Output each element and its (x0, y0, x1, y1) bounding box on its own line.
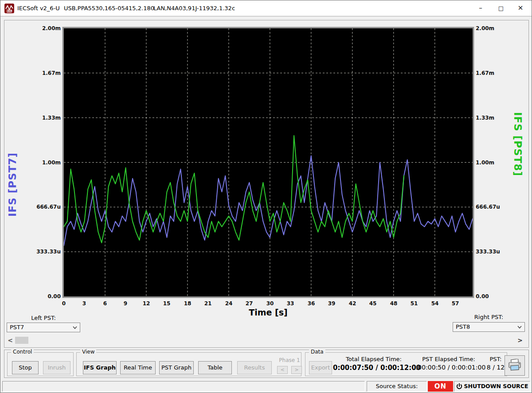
shutdown-label: SHUTDOWN SOURCE (464, 383, 528, 389)
minimize-button[interactable]: – (470, 0, 491, 16)
pst-elapsed-label: PST Elapsed Time: (412, 356, 485, 362)
window-title-lan-connection: LAN,N4A03,91J-11932,1.32c (153, 5, 235, 12)
x-tick: 36 (304, 300, 319, 307)
x-tick: 18 (180, 300, 195, 307)
x-tick: 33 (283, 300, 298, 307)
export-button[interactable]: Export (309, 361, 332, 374)
stop-button[interactable]: Stop (12, 361, 39, 374)
view-group: View IFS Graph Real Time PST Graph Table… (76, 352, 301, 376)
y-tick-left: 333.33u (23, 248, 61, 255)
phase-next-button[interactable]: > (291, 366, 302, 374)
results-button[interactable]: Results (237, 361, 272, 374)
y-tick-right: 1.33m (476, 114, 513, 121)
x-tick: 24 (221, 300, 236, 307)
left-pst-label: Left PST: (7, 315, 80, 321)
phase-prev-button[interactable]: < (277, 366, 288, 374)
x-tick: 45 (365, 300, 380, 307)
printer-icon (508, 359, 521, 371)
status-bar: Source Status: ON SHUTDOWN SOURCE (0, 380, 532, 393)
y-tick-right: 0.00 (476, 293, 513, 300)
y-tick-left: 2.00m (23, 25, 61, 32)
total-elapsed-label: Total Elapsed Time: (336, 356, 411, 362)
x-axis-title: Time [s] (224, 307, 313, 317)
x-tick: 9 (118, 300, 133, 307)
phase-label: Phase 1 (276, 357, 303, 363)
scroll-right-arrow[interactable]: > (516, 336, 524, 344)
window-title-usb-connection: USB,PPA5530,165-05415,2.180 (64, 5, 154, 12)
y-tick-left: 0.00 (23, 293, 61, 300)
x-tick: 21 (200, 300, 215, 307)
maximize-button[interactable]: □ (491, 0, 511, 16)
plot-area (63, 27, 474, 298)
x-tick: 48 (386, 300, 401, 307)
inrush-button[interactable]: Inrush (43, 361, 70, 374)
view-group-label: View (80, 349, 96, 355)
pst-elapsed-value: 0:00:00:50 / 0:00:01:00 (409, 364, 488, 371)
control-panel: Control Stop Inrush View IFS Graph Real … (4, 350, 529, 378)
table-button[interactable]: Table (198, 361, 232, 374)
right-pst-label: Right PST: (453, 314, 525, 320)
shutdown-source-button[interactable]: SHUTDOWN SOURCE (454, 381, 530, 392)
left-pst-dropdown[interactable]: PST7 (7, 323, 80, 332)
right-axis-title: IFS [PST8] (512, 112, 524, 218)
source-status-label: Source Status: (367, 381, 427, 392)
scrollbar-thumb[interactable] (15, 337, 28, 344)
x-tick: 54 (427, 300, 442, 307)
y-tick-right: 2.00m (476, 25, 513, 32)
y-tick-right: 333.33u (476, 248, 513, 255)
total-elapsed-value: 0:00:07:50 / 0:00:12:00 (333, 364, 415, 372)
print-button[interactable] (505, 355, 525, 376)
power-icon (456, 383, 462, 389)
chevron-down-icon (73, 326, 77, 329)
x-tick: 51 (407, 300, 422, 307)
right-pst-dropdown[interactable]: PST8 (453, 322, 525, 332)
x-tick: 42 (345, 300, 360, 307)
x-tick: 0 (56, 300, 71, 307)
ifs-graph-button[interactable]: IFS Graph (83, 361, 117, 374)
source-status-badge: ON (428, 381, 453, 392)
x-tick: 39 (324, 300, 339, 307)
x-tick: 3 (77, 300, 92, 307)
y-tick-left: 1.33m (23, 114, 61, 121)
y-tick-right: 1.00m (476, 159, 513, 166)
status-message-cell (2, 381, 365, 392)
trace-PST8 (64, 136, 404, 243)
left-axis-title: IFS [PST7] (7, 110, 18, 217)
control-group-label: Control (11, 349, 34, 355)
close-button[interactable]: ✕ (510, 0, 531, 16)
y-tick-left: 1.00m (23, 159, 61, 166)
pst-count-label: PST: (486, 356, 505, 362)
left-pst-value: PST7 (10, 324, 24, 331)
right-pst-value: PST8 (456, 323, 470, 330)
y-tick-left: 666.67u (23, 203, 61, 210)
chevron-down-icon (517, 326, 522, 329)
scroll-left-arrow[interactable]: < (7, 336, 14, 344)
y-tick-left: 1.67m (23, 70, 61, 77)
y-tick-right: 1.67m (476, 70, 513, 77)
x-tick: 30 (262, 300, 278, 307)
control-group: Control Stop Inrush (7, 352, 74, 376)
ifs-line-chart (64, 28, 473, 296)
app-logo-icon: N4L (4, 4, 14, 13)
data-group: Data Export Total Elapsed Time: 0:00:07:… (305, 352, 507, 376)
real-time-button[interactable]: Real Time (120, 361, 156, 374)
x-tick: 6 (98, 300, 113, 307)
x-tick: 12 (139, 300, 154, 307)
pst-graph-button[interactable]: PST Graph (159, 361, 194, 374)
x-tick: 27 (242, 300, 257, 307)
data-group-label: Data (309, 349, 325, 355)
title-bar: N4L IECSoft v2_6-U USB,PPA5530,165-05415… (0, 0, 532, 16)
pst-count-value: 8 / 12 (485, 364, 507, 371)
svg-text:N4L: N4L (7, 10, 12, 12)
x-tick: 57 (448, 300, 463, 307)
window-title-app: IECSoft v2_6-U (17, 5, 60, 12)
x-tick: 15 (159, 300, 174, 307)
y-tick-right: 666.67u (476, 203, 513, 210)
app-window: N4L IECSoft v2_6-U USB,PPA5530,165-05415… (0, 0, 532, 393)
